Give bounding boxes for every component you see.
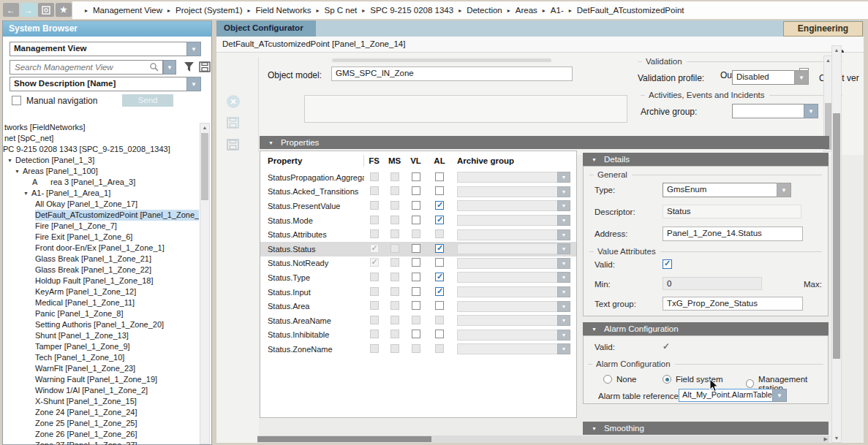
archive-group-row-dropdown[interactable]: ▼ [457, 172, 570, 183]
dropdown-arrow-icon[interactable]: ▼ [557, 343, 570, 354]
tree-item[interactable]: Zone 25 [Panel_1_Zone_25] [3, 418, 199, 429]
forward-button[interactable]: → [20, 3, 37, 17]
breadcrumb-item[interactable]: Project (System1) [176, 6, 242, 15]
dropdown-arrow-icon[interactable]: ▼ [557, 229, 570, 240]
property-row[interactable]: Status.Attributes▼ [260, 227, 576, 242]
checkbox-vl[interactable] [412, 172, 420, 181]
column-header[interactable]: MS [384, 156, 405, 165]
tree-expander-icon[interactable]: ▼ [7, 155, 12, 166]
scroll-right-icon[interactable]: ▶ [824, 436, 828, 442]
dropdown-arrow-icon[interactable]: ▼ [557, 272, 570, 283]
scroll-down-icon[interactable]: ▼ [832, 436, 841, 441]
dropdown-arrow-icon[interactable]: ▼ [557, 258, 570, 269]
checkbox-fs[interactable] [370, 258, 379, 267]
column-header[interactable]: Property [260, 155, 364, 167]
checkbox-vl[interactable] [412, 244, 420, 253]
collapse-icon[interactable]: ▼ [592, 327, 597, 332]
property-row[interactable]: StatusPropagation.Aggregat▼ [260, 170, 576, 185]
tree-item[interactable]: ▼A1- [Panel_1_Area_1] [3, 188, 199, 199]
archive-group-row-dropdown[interactable]: ▼ [457, 229, 570, 240]
alarm-valid-check-icon[interactable]: ✓ [663, 341, 670, 351]
main-horizontal-scrollbar[interactable]: ▶ [257, 436, 829, 443]
breadcrumb-item[interactable]: Areas [516, 6, 537, 15]
checkbox-vl[interactable] [412, 216, 420, 224]
tree-item[interactable]: PC 9-215 0208 1343 [SPC_9-215_0208_1343] [3, 144, 199, 155]
view-selector-dropdown[interactable]: Management View ▼ [10, 42, 201, 56]
alarm-table-reference-dropdown[interactable]: Alt_My_Point.AlarmTable ▼ [679, 389, 787, 402]
checkbox-vl[interactable] [412, 201, 420, 210]
property-row[interactable]: Status.PresentValue▼ [260, 199, 576, 213]
breadcrumb-item[interactable]: SPC 9-215 0208 1343 [370, 6, 453, 15]
min-input[interactable]: 0 [663, 277, 762, 290]
search-field[interactable] [10, 60, 163, 75]
search-options-dropdown[interactable]: ▼ [163, 60, 176, 75]
dropdown-arrow-icon[interactable]: ▼ [557, 243, 570, 254]
radio-icon[interactable] [746, 379, 754, 388]
property-row[interactable]: Status.Status▼ [260, 242, 576, 256]
checkbox-vl[interactable] [412, 186, 420, 195]
alarm-section-header[interactable]: ▼ Alarm Configuration [583, 322, 829, 335]
breadcrumb-item[interactable]: DetFault_ATcustomizedPoint [577, 6, 684, 15]
archive-group-row-dropdown[interactable]: ▼ [457, 330, 570, 341]
scroll-up-icon[interactable]: ▲ [200, 125, 209, 130]
tree-item[interactable]: Zone 26 [Panel_1_Zone_26] [3, 429, 199, 440]
checkbox-al[interactable] [435, 186, 444, 195]
tree-item[interactable]: A rea 3 [Panel_1_Area_3] [3, 177, 199, 188]
breadcrumb-item[interactable]: Detection [467, 6, 502, 15]
checkbox-al[interactable] [435, 244, 444, 253]
checkbox-al[interactable] [435, 287, 444, 296]
details-section-header[interactable]: ▼ Details [583, 153, 829, 166]
descriptor-field[interactable]: Status [663, 205, 801, 218]
tree-item[interactable]: Fire [Panel_1_Zone_7] [3, 221, 199, 232]
checkbox-al[interactable] [435, 201, 444, 210]
dropdown-arrow-icon[interactable]: ▼ [557, 172, 570, 183]
tree-scrollbar[interactable]: ▲ [200, 123, 210, 444]
object-model-input[interactable]: GMS_SPC_IN_Zone [331, 66, 573, 81]
address-input[interactable]: Panel_1_Zone_14.Status [663, 227, 803, 241]
dropdown-arrow-icon[interactable]: ▼ [794, 70, 809, 85]
dropdown-arrow-icon[interactable]: ▼ [804, 104, 818, 118]
text-group-input[interactable]: TxG_Prop_Zone_Status [663, 297, 803, 311]
collapse-icon[interactable]: ▼ [592, 426, 597, 431]
filter-icon[interactable] [184, 61, 195, 72]
checkbox-al[interactable] [435, 273, 444, 281]
type-dropdown[interactable]: GmsEnum ▼ [663, 183, 791, 197]
archive-group-row-dropdown[interactable]: ▼ [457, 186, 570, 197]
save-icon[interactable] [227, 117, 239, 129]
tab-engineering[interactable]: Engineering [783, 21, 863, 37]
discard-changes-icon[interactable]: ✕ [227, 95, 240, 108]
breadcrumb-item[interactable]: Management View [93, 6, 162, 15]
valid-checkbox[interactable] [663, 259, 672, 269]
breadcrumb-item[interactable]: A1- [551, 6, 564, 15]
tree-item[interactable]: ▼Areas [Panel_1_100] [3, 166, 199, 177]
checkbox-al[interactable] [435, 330, 444, 338]
column-header[interactable]: Archive group [453, 156, 576, 165]
checkbox-vl[interactable] [412, 258, 420, 267]
tree-item[interactable]: Shunt [Panel_1_Zone_13] [3, 330, 199, 341]
smoothing-section-header[interactable]: ▼ Smoothing [583, 422, 829, 435]
radio-icon[interactable] [603, 375, 612, 384]
tree-item[interactable]: Tamper [Panel_1_Zone_9] [3, 341, 199, 352]
checkbox-al[interactable] [435, 258, 444, 267]
dropdown-arrow-icon[interactable]: ▼ [186, 77, 201, 91]
archive-group-row-dropdown[interactable]: ▼ [457, 272, 570, 283]
collapse-icon[interactable]: ▼ [268, 140, 273, 145]
checkbox-al[interactable] [435, 216, 444, 224]
column-header[interactable]: AL [426, 156, 453, 165]
description-mode-dropdown[interactable]: Show Description [Name] ▼ [10, 77, 201, 91]
tree-item[interactable]: X-Shunt [Panel_1_Zone_15] [3, 396, 199, 407]
property-row[interactable]: Status.Input▼ [260, 285, 576, 300]
search-input[interactable] [13, 62, 149, 72]
dropdown-arrow-icon[interactable]: ▼ [557, 200, 570, 211]
send-button[interactable]: Send [122, 94, 173, 107]
dropdown-arrow-icon[interactable]: ▼ [557, 186, 570, 197]
validation-profile-dropdown[interactable]: Disabled ▼ [732, 70, 809, 85]
horizontal-scrollbar-thumb[interactable] [257, 436, 431, 442]
tree-item[interactable]: Glass Break [Panel_1_Zone_21] [3, 254, 199, 265]
tree-item[interactable]: Front door-En/Ex [Panel_1_Zone_1] [3, 243, 199, 254]
tree-item[interactable]: net [SpC_net] [3, 133, 199, 144]
archive-group-row-dropdown[interactable]: ▼ [457, 286, 570, 297]
scroll-up-icon[interactable]: ▲ [832, 47, 841, 53]
breadcrumb-item[interactable]: Sp C net [325, 6, 358, 15]
property-row[interactable]: Status.Acked_Transitions▼ [260, 185, 576, 199]
